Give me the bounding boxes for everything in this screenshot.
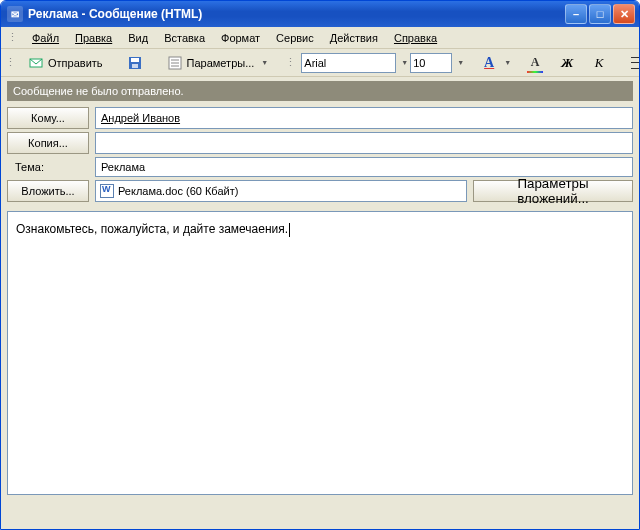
- attach-value: Реклама.doc (60 Кбайт): [118, 185, 238, 197]
- minimize-button[interactable]: –: [565, 4, 587, 24]
- close-button[interactable]: ✕: [613, 4, 635, 24]
- italic-icon: К: [591, 55, 607, 71]
- highlight-button[interactable]: A: [520, 52, 550, 74]
- menu-service[interactable]: Сервис: [269, 30, 321, 46]
- size-select[interactable]: [410, 53, 452, 73]
- text-cursor: [289, 223, 290, 237]
- align-left-button[interactable]: [624, 52, 640, 74]
- cc-button[interactable]: Копия...: [7, 132, 89, 154]
- status-text: Сообщение не было отправлено.: [13, 85, 184, 97]
- toolbar-grip-2[interactable]: ⋮: [285, 56, 299, 69]
- save-icon: [127, 55, 143, 71]
- menu-file[interactable]: Файл: [25, 30, 66, 46]
- word-doc-icon: [100, 184, 114, 198]
- subject-label: Тема:: [7, 157, 89, 177]
- message-body[interactable]: Ознакомьтесь, пожалуйста, и дайте замеча…: [7, 211, 633, 495]
- size-chevron-icon[interactable]: ▼: [457, 59, 464, 66]
- send-button[interactable]: Отправить: [21, 52, 110, 74]
- attach-params-button[interactable]: Параметры вложений...: [473, 180, 633, 202]
- font-color-button[interactable]: A▼: [474, 52, 518, 74]
- toolbar-grip-1[interactable]: ⋮: [5, 56, 19, 69]
- params-icon: [167, 55, 183, 71]
- chevron-down-icon: ▼: [261, 59, 268, 66]
- svg-rect-2: [131, 58, 139, 62]
- save-button[interactable]: [120, 52, 150, 74]
- font-color-icon: A: [481, 55, 497, 71]
- align-left-icon: [631, 57, 640, 69]
- highlight-icon: A: [527, 55, 543, 71]
- send-icon: [28, 55, 44, 71]
- status-bar: Сообщение не было отправлено.: [7, 81, 633, 101]
- to-field[interactable]: Андрей Иванов: [95, 107, 633, 129]
- bold-button[interactable]: Ж: [552, 52, 582, 74]
- attach-field[interactable]: Реклама.doc (60 Кбайт): [95, 180, 467, 202]
- italic-button[interactable]: К: [584, 52, 614, 74]
- menu-edit[interactable]: Правка: [68, 30, 119, 46]
- chevron-down-icon: ▼: [504, 59, 511, 66]
- menu-insert[interactable]: Вставка: [157, 30, 212, 46]
- header-fields: Кому... Андрей Иванов Копия... Тема: Рек…: [1, 101, 639, 205]
- body-text: Ознакомьтесь, пожалуйста, и дайте замеча…: [16, 222, 288, 236]
- app-icon: ✉: [7, 6, 23, 22]
- titlebar[interactable]: ✉ Реклама - Сообщение (HTML) – □ ✕: [1, 1, 639, 27]
- menu-help[interactable]: Справка: [387, 30, 444, 46]
- to-button[interactable]: Кому...: [7, 107, 89, 129]
- send-label: Отправить: [48, 57, 103, 69]
- params-label: Параметры...: [187, 57, 255, 69]
- subject-field[interactable]: Реклама: [95, 157, 633, 177]
- menubar-grip[interactable]: ⋮: [7, 31, 21, 44]
- cc-field[interactable]: [95, 132, 633, 154]
- menu-format[interactable]: Формат: [214, 30, 267, 46]
- svg-rect-3: [132, 64, 138, 68]
- font-select[interactable]: [301, 53, 396, 73]
- bold-icon: Ж: [559, 55, 575, 71]
- menubar: ⋮ Файл Правка Вид Вставка Формат Сервис …: [1, 27, 639, 49]
- app-window: ✉ Реклама - Сообщение (HTML) – □ ✕ ⋮ Фай…: [0, 0, 640, 530]
- attach-button[interactable]: Вложить...: [7, 180, 89, 202]
- maximize-button[interactable]: □: [589, 4, 611, 24]
- subject-value: Реклама: [101, 161, 145, 173]
- menu-actions[interactable]: Действия: [323, 30, 385, 46]
- window-title: Реклама - Сообщение (HTML): [28, 7, 202, 21]
- to-value: Андрей Иванов: [101, 112, 180, 124]
- params-button[interactable]: Параметры... ▼: [160, 52, 276, 74]
- toolbar: ⋮ Отправить Параметры... ▼ ⋮ ▼ ▼ A▼: [1, 49, 639, 77]
- menu-view[interactable]: Вид: [121, 30, 155, 46]
- font-chevron-icon[interactable]: ▼: [401, 59, 408, 66]
